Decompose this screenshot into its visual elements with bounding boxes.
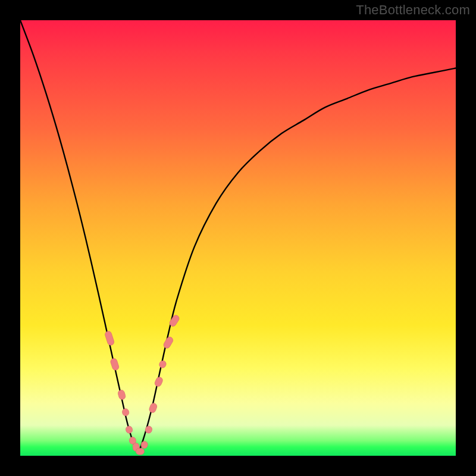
curve-marker xyxy=(148,402,158,414)
chart-frame: TheBottleneck.com xyxy=(0,0,476,476)
marker-group xyxy=(104,314,180,455)
curve-marker xyxy=(154,376,164,387)
bottleneck-curve-path xyxy=(20,20,456,452)
curve-marker xyxy=(125,425,133,434)
curve-marker xyxy=(136,448,144,455)
curve-marker xyxy=(140,441,148,449)
watermark-text: TheBottleneck.com xyxy=(356,2,470,18)
curve-marker xyxy=(104,330,115,346)
curve-marker xyxy=(158,359,167,369)
curve-marker xyxy=(162,336,174,349)
curve-marker xyxy=(121,408,130,416)
curve-marker xyxy=(109,358,120,371)
curve-svg xyxy=(20,20,456,456)
curve-marker xyxy=(117,389,126,400)
plot-area xyxy=(20,20,456,456)
